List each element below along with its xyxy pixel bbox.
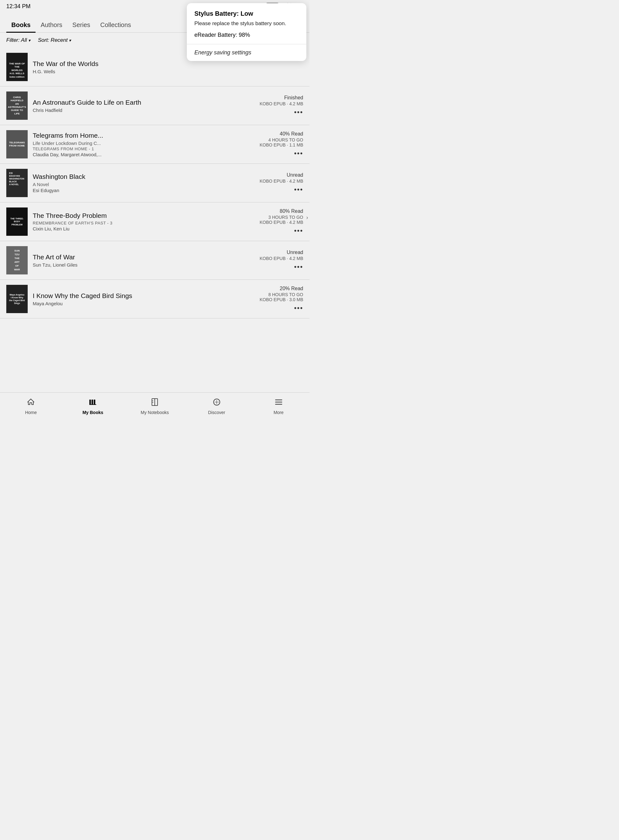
tab-books[interactable]: Books [6,17,36,32]
book-cover: THE THREE-BODY PROBLEM [6,207,28,236]
tab-collections[interactable]: Collections [95,17,136,32]
svg-rect-5 [89,400,91,404]
book-format: KOBO EPUB · 4.2 MB [260,256,304,261]
svg-rect-7 [94,400,95,404]
list-item[interactable]: Maya AngelouI Know Why the Caged Bird Si… [0,280,310,318]
nav-more[interactable]: More [248,395,310,418]
list-item[interactable]: TELEGRAMS FROM HOME Telegrams from Home.… [0,125,310,164]
more-icon [274,398,283,409]
discover-icon [212,398,221,409]
svg-point-10 [216,401,217,403]
book-status: 20% Read [260,286,304,291]
book-title: I Know Why the Caged Bird Sings [33,292,255,300]
my-notebooks-icon [150,398,159,409]
book-info: The War of the Worlds H.G. Wells [33,60,303,74]
popup-ereader-battery: eReader Battery: 98% [194,32,299,38]
energy-saving-settings-link[interactable]: Energy saving settings [187,44,307,61]
book-options-button[interactable]: ••• [260,108,304,116]
book-title: The Art of War [33,254,255,261]
filter-chevron-icon: ▾ [28,38,30,43]
book-hours: 4 HOURS TO GO [260,137,304,142]
cover-text: SUNTZUTHEARTOFWAR [13,248,21,273]
nav-my-books-label: My Books [82,410,103,415]
list-item[interactable]: SUNTZUTHEARTOFWAR The Art of War Sun Tzu… [0,241,310,280]
tab-authors[interactable]: Authors [36,17,67,32]
nav-my-books[interactable]: My Books [62,395,124,418]
book-hours: 8 HOURS TO GO [260,292,304,297]
home-icon [27,398,35,409]
book-format: KOBO EPUB · 4.2 MB [260,101,304,106]
book-title: An Astronaut's Guide to Life on Earth [33,99,255,106]
book-info: The Art of War Sun Tzu, Lionel Giles [33,254,255,267]
book-options-button[interactable]: ••• [260,185,304,194]
book-author: Chris Hadfield [33,107,255,113]
book-options-button[interactable]: ••• [260,263,304,271]
list-item[interactable]: ESIEDUGYANWASHINGTONBLACKA NOVEL Washing… [0,164,310,203]
book-info: Telegrams from Home... Life Under Lockdo… [33,132,255,157]
book-status: Unread [260,172,304,178]
book-options-button[interactable]: ••• [260,149,304,158]
book-info: The Three-Body Problem REMEMBRANCE OF EA… [33,212,255,231]
nav-discover[interactable]: Discover [185,395,248,418]
battery-popup: Stylus Battery: Low Please replace the s… [187,3,307,61]
status-time: 12:34 PM [6,3,30,10]
book-hours: 3 HOURS TO GO [260,215,304,220]
book-meta: Unread KOBO EPUB · 4.2 MB ••• [260,172,304,194]
book-cover: CHRIS HADFIELDAN ASTRONAUT'S GUIDE TO LI… [6,91,28,120]
filter-dropdown[interactable]: Filter: All ▾ [6,37,30,43]
book-meta: Unread KOBO EPUB · 4.2 MB ••• [260,250,304,271]
svg-rect-6 [91,400,93,404]
book-author: Cixin Liu, Ken Liu [33,226,255,231]
popup-description: Please replace the stylus battery soon. [194,20,299,27]
book-cover: TELEGRAMS FROM HOME [6,130,28,158]
main-content: Books Authors Series Collections Filter:… [0,16,310,392]
book-cover: Maya AngelouI Know Why the Caged Bird Si… [6,285,28,313]
popup-title: Stylus Battery: Low [194,10,299,17]
book-title: The Three-Body Problem [33,212,255,219]
tab-series[interactable]: Series [67,17,95,32]
nav-my-notebooks-label: My Notebooks [141,410,169,415]
book-series: TELEGRAMS FROM HOME - 1 [33,146,255,151]
scroll-indicator: › [306,214,308,221]
book-options-button[interactable]: ••• [260,304,304,312]
book-meta: 40% Read 4 HOURS TO GO KOBO EPUB · 1.1 M… [260,131,304,158]
book-options-button[interactable]: ••• [260,227,304,235]
nav-more-label: More [274,410,284,415]
book-info: An Astronaut's Guide to Life on Earth Ch… [33,99,255,113]
book-list: THE WAR OF THE WORLDSH.G. WELLSkobo edit… [0,48,310,387]
bottom-nav: Home My Books My Notebooks [0,392,310,420]
book-author: Esi Edugyan [33,188,255,193]
book-cover: SUNTZUTHEARTOFWAR [6,246,28,275]
book-cover: THE WAR OF THE WORLDSH.G. WELLSkobo edit… [6,53,28,81]
book-info: I Know Why the Caged Bird Sings Maya Ang… [33,292,255,306]
list-item[interactable]: THE THREE-BODY PROBLEM The Three-Body Pr… [0,203,310,241]
book-format: KOBO EPUB · 4.2 MB [260,220,304,225]
cover-text: Maya AngelouI Know Why the Caged Bird Si… [7,292,27,306]
cover-text: TELEGRAMS FROM HOME [7,140,27,149]
book-status: Finished [260,95,304,101]
book-author: Claudia Day, Margaret Atwood,... [33,152,255,157]
book-status: 80% Read [260,209,304,214]
book-author: Sun Tzu, Lionel Giles [33,262,255,267]
list-item[interactable]: CHRIS HADFIELDAN ASTRONAUT'S GUIDE TO LI… [0,87,310,125]
book-status: 40% Read [260,131,304,137]
nav-home-label: Home [25,410,37,415]
book-author: H.G. Wells [33,69,303,74]
filter-label: Filter: All [6,37,27,43]
sort-label: Sort: Recent [38,37,68,43]
book-format: KOBO EPUB · 3.0 MB [260,297,304,302]
book-format: KOBO EPUB · 1.1 MB [260,142,304,148]
cover-text: THE THREE-BODY PROBLEM [7,216,27,227]
book-title: The War of the Worlds [33,60,303,67]
scroll-chevron-icon: › [306,214,308,221]
my-books-icon [88,398,97,409]
cover-text: THE WAR OF THE WORLDSH.G. WELLSkobo edit… [7,61,27,80]
book-subtitle: A Novel [33,182,255,187]
book-status: Unread [260,250,304,255]
sort-chevron-icon: ▾ [69,38,71,43]
book-cover: ESIEDUGYANWASHINGTONBLACKA NOVEL [6,169,28,197]
nav-home[interactable]: Home [0,395,62,418]
sort-dropdown[interactable]: Sort: Recent ▾ [38,37,72,43]
nav-my-notebooks[interactable]: My Notebooks [124,395,186,418]
nav-discover-label: Discover [208,410,225,415]
